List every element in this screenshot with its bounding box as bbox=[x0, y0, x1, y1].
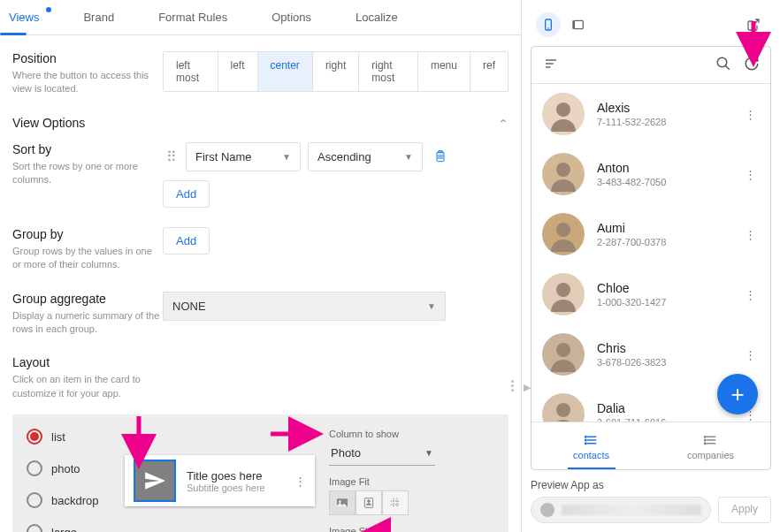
contact-phone: 7-111-532-2628 bbox=[597, 117, 666, 127]
sort-by-title: Sort by bbox=[12, 142, 163, 156]
contact-phone: 3-678-026-3823 bbox=[597, 357, 666, 368]
group-aggregate-desc: Display a numeric summary of the rows in… bbox=[12, 309, 163, 337]
contact-menu-icon[interactable]: ⋮ bbox=[741, 345, 760, 365]
phone-refresh-icon[interactable] bbox=[744, 56, 760, 74]
contact-name: Chloe bbox=[597, 281, 666, 295]
svg-point-18 bbox=[556, 163, 570, 177]
contact-item[interactable]: Alexis 7-111-532-2628 ⋮ bbox=[531, 84, 770, 144]
position-ref[interactable]: ref bbox=[470, 52, 508, 91]
layout-desc: Click on an item in the card to customiz… bbox=[12, 373, 163, 400]
contact-phone: 1-000-320-1427 bbox=[597, 297, 666, 308]
fab-add-button[interactable]: + bbox=[717, 374, 758, 414]
svg-point-36 bbox=[704, 436, 706, 437]
position-left-most[interactable]: left most bbox=[164, 52, 218, 91]
card-subtitle: Subtitle goes here bbox=[187, 483, 265, 493]
phone-preview: Alexis 7-111-532-2628 ⋮ Anton 3-483-482-… bbox=[531, 46, 771, 470]
contact-name: Chris bbox=[597, 341, 666, 355]
sort-column-select[interactable]: First Name▼ bbox=[186, 142, 301, 171]
svg-point-32 bbox=[585, 443, 586, 445]
device-tablet-icon[interactable] bbox=[566, 12, 591, 37]
layout-radio-backdrop[interactable]: backdrop bbox=[27, 492, 111, 508]
layout-title: Layout bbox=[12, 355, 163, 369]
contact-item[interactable]: Anton 3-483-482-7050 ⋮ bbox=[531, 144, 770, 204]
preview-as-chip[interactable] bbox=[531, 497, 711, 523]
svg-point-26 bbox=[556, 403, 570, 417]
svg-point-1 bbox=[339, 500, 341, 503]
contact-name: Alexis bbox=[597, 101, 666, 115]
group-aggregate-select[interactable]: NONE▼ bbox=[163, 292, 446, 321]
card-title: Title goes here bbox=[187, 469, 265, 483]
svg-point-13 bbox=[717, 57, 727, 67]
tab-localize[interactable]: Localize bbox=[347, 0, 407, 34]
svg-point-37 bbox=[704, 439, 706, 441]
tab-brand[interactable]: Brand bbox=[74, 0, 123, 34]
layout-radio-large[interactable]: large bbox=[27, 524, 111, 532]
user-circle-icon bbox=[540, 503, 554, 517]
apply-button[interactable]: Apply bbox=[718, 497, 771, 523]
tab-options[interactable]: Options bbox=[263, 0, 320, 34]
device-mobile-icon[interactable] bbox=[536, 12, 561, 37]
card-preview[interactable]: Title goes here Subtitle goes here ⋮ bbox=[125, 455, 315, 506]
svg-point-3 bbox=[368, 500, 371, 503]
phone-search-icon[interactable] bbox=[715, 56, 731, 74]
tab-format-rules[interactable]: Format Rules bbox=[149, 0, 236, 34]
contact-menu-icon[interactable]: ⋮ bbox=[741, 164, 760, 185]
card-thumb-icon[interactable] bbox=[134, 460, 176, 502]
column-to-show-label: Column to show bbox=[329, 429, 494, 439]
bottom-tab-companies[interactable]: companies bbox=[651, 422, 770, 469]
contact-item[interactable]: Aumi 2-287-700-0378 ⋮ bbox=[531, 204, 770, 264]
group-by-title: Group by bbox=[12, 227, 163, 241]
svg-line-14 bbox=[725, 65, 730, 70]
position-right-most[interactable]: right most bbox=[359, 52, 418, 91]
card-menu-icon[interactable]: ⋮ bbox=[294, 475, 306, 488]
position-left[interactable]: left bbox=[218, 52, 258, 91]
layout-radio-list[interactable]: list bbox=[27, 429, 111, 445]
column-to-show-select[interactable]: Photo▼ bbox=[329, 443, 435, 466]
collapse-icon[interactable] bbox=[498, 116, 509, 129]
image-shape-label: Image Shape bbox=[329, 526, 494, 532]
image-fit-contain-icon[interactable] bbox=[356, 490, 382, 515]
position-title: Position bbox=[12, 51, 163, 65]
contact-list[interactable]: Alexis 7-111-532-2628 ⋮ Anton 3-483-482-… bbox=[531, 84, 770, 422]
sort-direction-select[interactable]: Ascending▼ bbox=[308, 142, 423, 171]
delete-sort-icon[interactable] bbox=[430, 145, 451, 169]
svg-rect-8 bbox=[574, 20, 584, 28]
tab-views[interactable]: Views bbox=[0, 0, 48, 34]
position-toggle-group: left most left center right right most m… bbox=[163, 51, 509, 92]
svg-point-38 bbox=[704, 443, 706, 445]
svg-point-30 bbox=[585, 436, 586, 437]
drag-handle-icon[interactable]: ⠿ bbox=[163, 148, 179, 165]
add-group-button[interactable]: Add bbox=[163, 227, 210, 255]
svg-point-31 bbox=[585, 439, 586, 441]
image-fit-fill-icon[interactable] bbox=[382, 490, 409, 515]
contact-menu-icon[interactable]: ⋮ bbox=[741, 104, 760, 125]
sort-by-desc: Sort the rows by one or more columns. bbox=[12, 160, 163, 187]
position-menu[interactable]: menu bbox=[418, 52, 470, 91]
position-center[interactable]: center bbox=[258, 52, 313, 91]
view-options-title: View Options bbox=[12, 116, 85, 130]
preview-as-user bbox=[562, 505, 701, 515]
svg-point-22 bbox=[556, 283, 570, 297]
add-sort-button[interactable]: Add bbox=[163, 180, 210, 208]
svg-point-20 bbox=[556, 223, 570, 237]
avatar bbox=[542, 333, 585, 376]
layout-box: list photo backdrop large Title goes her bbox=[12, 414, 509, 532]
contact-item[interactable]: Chloe 1-000-320-1427 ⋮ bbox=[531, 264, 770, 324]
svg-point-24 bbox=[556, 343, 570, 357]
contact-phone: 2-287-700-0378 bbox=[597, 237, 666, 247]
bottom-tab-contacts[interactable]: contacts bbox=[531, 422, 651, 469]
contact-menu-icon[interactable]: ⋮ bbox=[741, 285, 760, 305]
image-fit-background-icon[interactable] bbox=[329, 490, 356, 515]
preview-as-label: Preview App as bbox=[531, 479, 771, 491]
layout-radio-photo[interactable]: photo bbox=[27, 460, 111, 476]
avatar bbox=[542, 213, 585, 255]
contact-menu-icon[interactable]: ⋮ bbox=[741, 224, 760, 245]
avatar bbox=[542, 393, 585, 422]
open-external-icon[interactable] bbox=[741, 12, 766, 37]
image-fit-label: Image Fit bbox=[329, 476, 494, 487]
contact-phone: 3-601-711-6016 bbox=[597, 417, 666, 422]
phone-menu-icon[interactable] bbox=[542, 57, 560, 73]
panel-resize-grip[interactable] bbox=[511, 380, 514, 391]
avatar bbox=[542, 153, 585, 195]
position-right[interactable]: right bbox=[313, 52, 359, 91]
